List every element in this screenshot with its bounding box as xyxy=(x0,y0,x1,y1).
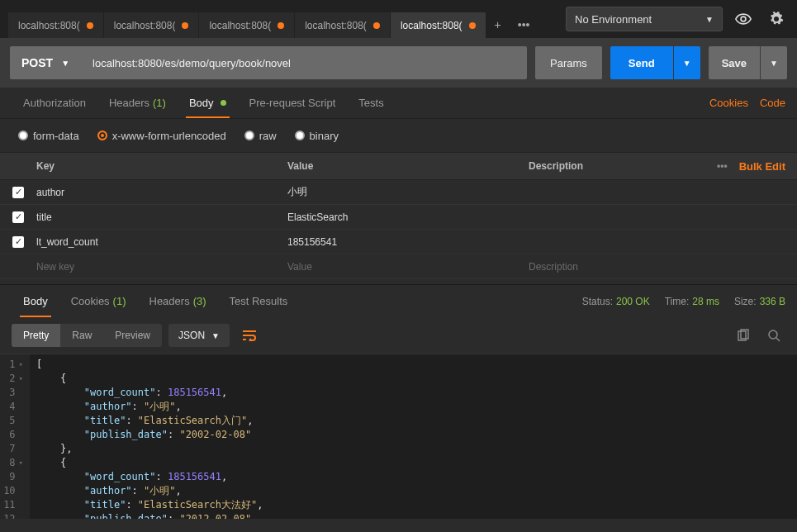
wrap-icon xyxy=(242,330,257,341)
kv-row[interactable]: ✓ lt_word_count 185156541 xyxy=(0,230,797,254)
kv-value[interactable]: 185156541 xyxy=(279,236,520,248)
environment-controls: No Environment ▼ xyxy=(566,7,789,31)
kv-row-placeholder[interactable]: New key Value Description xyxy=(0,254,797,279)
request-tab[interactable]: localhost:808( xyxy=(8,12,104,38)
kv-key-placeholder[interactable]: New key xyxy=(36,261,279,273)
svg-point-0 xyxy=(741,17,746,21)
send-dropdown-button[interactable]: ▼ xyxy=(674,46,700,79)
params-button[interactable]: Params xyxy=(535,46,602,79)
unsaved-dot-icon xyxy=(278,22,284,29)
kv-header-row: Key Value Description ••• Bulk Edit xyxy=(0,152,797,180)
radio-form-data[interactable]: form-data xyxy=(18,130,79,142)
chevron-down-icon: ▼ xyxy=(705,15,714,24)
resp-tab-body[interactable]: Body xyxy=(12,285,59,317)
request-section-tabs: Authorization Headers (1) Body Pre-reque… xyxy=(0,88,797,119)
chevron-down-icon: ▼ xyxy=(770,59,778,68)
kv-value-placeholder[interactable]: Value xyxy=(279,261,520,273)
chevron-down-icon: ▼ xyxy=(61,59,69,68)
request-tab[interactable]: localhost:808( xyxy=(295,12,391,38)
tab-overflow-button[interactable]: ••• xyxy=(510,12,538,38)
radio-icon xyxy=(295,131,305,140)
view-raw[interactable]: Raw xyxy=(60,324,103,347)
kv-key[interactable]: author xyxy=(36,187,279,198)
eye-icon xyxy=(735,13,752,25)
search-icon xyxy=(767,329,780,342)
resp-tab-cookies[interactable]: Cookies (1) xyxy=(59,285,138,317)
modified-dot-icon xyxy=(221,100,226,106)
kv-header-value: Value xyxy=(279,160,520,172)
radio-xwww[interactable]: x-www-form-urlencoded xyxy=(97,130,226,142)
kv-key[interactable]: lt_word_count xyxy=(36,236,279,248)
kv-key[interactable]: title xyxy=(36,211,279,223)
response-toolbar: Pretty Raw Preview JSON ▼ xyxy=(0,317,797,354)
save-dropdown-button[interactable]: ▼ xyxy=(761,46,787,79)
send-button[interactable]: Send xyxy=(610,46,673,79)
tab-headers[interactable]: Headers (1) xyxy=(97,88,178,118)
response-body-editor[interactable]: 1 ▾2 ▾3 4 5 6 7 8 ▾9 10 11 12 13 14 [ { … xyxy=(0,354,797,519)
kv-header-desc: Description xyxy=(529,160,583,172)
wrap-lines-button[interactable] xyxy=(236,323,263,348)
radio-icon xyxy=(244,131,254,140)
request-tab-active[interactable]: localhost:808( xyxy=(391,12,486,38)
tab-label: localhost:808( xyxy=(114,20,176,31)
environment-quick-look-button[interactable] xyxy=(731,7,756,31)
bulk-edit-link[interactable]: Bulk Edit xyxy=(739,160,785,173)
line-gutter: 1 ▾2 ▾3 4 5 6 7 8 ▾9 10 11 12 13 14 xyxy=(0,354,30,519)
tab-authorization[interactable]: Authorization xyxy=(12,88,97,118)
unsaved-dot-icon xyxy=(469,22,476,29)
svg-point-3 xyxy=(769,330,777,339)
request-bar: POST ▼ Params Send ▼ Save ▼ xyxy=(0,38,797,88)
new-tab-button[interactable]: + xyxy=(486,12,510,38)
request-tab-strip: localhost:808( localhost:808( localhost:… xyxy=(8,0,557,38)
top-bar: localhost:808( localhost:808( localhost:… xyxy=(0,0,797,38)
request-tab[interactable]: localhost:808( xyxy=(104,12,200,38)
kv-row[interactable]: ✓ title ElasticSearch xyxy=(0,205,797,230)
code-content: [ { "word_count": 185156541, "author": "… xyxy=(30,354,269,519)
body-type-radios: form-data x-www-form-urlencoded raw bina… xyxy=(0,119,797,152)
tab-body[interactable]: Body xyxy=(178,88,238,118)
radio-raw[interactable]: raw xyxy=(244,130,277,142)
tab-label: localhost:808( xyxy=(305,20,367,31)
radio-icon xyxy=(18,131,28,140)
chevron-down-icon: ▼ xyxy=(683,59,691,68)
kv-value[interactable]: ElasticSearch xyxy=(279,211,520,223)
format-select[interactable]: JSON ▼ xyxy=(168,324,230,347)
unsaved-dot-icon xyxy=(87,22,93,29)
gear-icon xyxy=(769,12,784,26)
view-pretty[interactable]: Pretty xyxy=(12,324,60,347)
row-checkbox[interactable]: ✓ xyxy=(12,187,24,198)
copy-icon xyxy=(736,329,749,342)
environment-label: No Environment xyxy=(575,13,652,26)
save-button[interactable]: Save xyxy=(709,46,760,79)
resp-tab-headers[interactable]: Headers (3) xyxy=(138,285,218,317)
tab-label: localhost:808( xyxy=(401,20,463,31)
code-link[interactable]: Code xyxy=(760,97,785,109)
tab-label: localhost:808( xyxy=(209,20,271,31)
radio-icon xyxy=(97,131,107,140)
view-preview[interactable]: Preview xyxy=(103,324,162,347)
svg-line-4 xyxy=(776,338,780,341)
http-method-select[interactable]: POST ▼ xyxy=(10,46,81,79)
kv-row[interactable]: ✓ author 小明 xyxy=(0,180,797,205)
cookies-link[interactable]: Cookies xyxy=(709,97,748,109)
kv-more-button[interactable]: ••• xyxy=(717,160,728,172)
environment-select[interactable]: No Environment ▼ xyxy=(566,7,723,31)
copy-response-button[interactable] xyxy=(731,324,754,347)
tab-tests[interactable]: Tests xyxy=(347,88,395,118)
settings-button[interactable] xyxy=(764,7,789,31)
kv-value[interactable]: 小明 xyxy=(279,185,520,199)
resp-tab-tests[interactable]: Test Results xyxy=(218,285,300,317)
url-input[interactable] xyxy=(81,46,527,79)
tab-prerequest[interactable]: Pre-request Script xyxy=(238,88,348,118)
radio-binary[interactable]: binary xyxy=(295,130,339,142)
response-tabs: Body Cookies (1) Headers (3) Test Result… xyxy=(0,284,797,317)
method-label: POST xyxy=(21,56,53,69)
view-mode-segment: Pretty Raw Preview xyxy=(12,324,162,347)
search-response-button[interactable] xyxy=(762,324,785,347)
kv-header-key: Key xyxy=(36,160,279,172)
row-checkbox[interactable]: ✓ xyxy=(12,211,24,223)
request-tab[interactable]: localhost:808( xyxy=(199,12,295,38)
tab-label: localhost:808( xyxy=(18,20,80,31)
kv-desc-placeholder[interactable]: Description xyxy=(520,261,797,273)
row-checkbox[interactable]: ✓ xyxy=(12,236,24,248)
